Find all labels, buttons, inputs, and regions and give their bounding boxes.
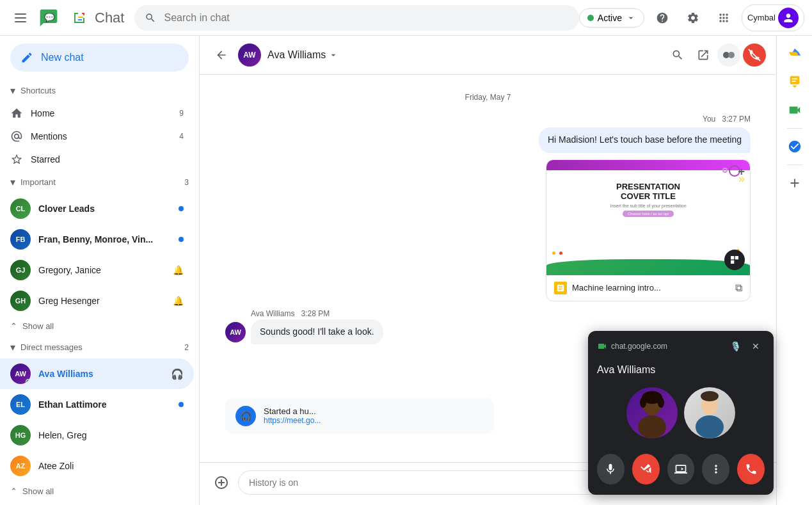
- meet-video-button[interactable]: [632, 454, 660, 485]
- account-button[interactable]: Cymbal: [742, 4, 804, 31]
- google-chat-icon: [69, 8, 90, 28]
- attachment-footer: Machine learning intro... ⧉: [546, 275, 750, 301]
- avatar: AW: [10, 364, 31, 384]
- meet-avatar-1: [626, 387, 678, 438]
- chevron-down-icon: [328, 50, 338, 60]
- sidebar-item-ava[interactable]: AW Ava Williams 🎧: [0, 358, 194, 389]
- search-chat-button[interactable]: [666, 44, 689, 67]
- drive-icon-btn[interactable]: [782, 41, 808, 67]
- active-status-button[interactable]: Active: [579, 8, 644, 28]
- add-attachment-button[interactable]: [210, 471, 233, 494]
- meet-mute-button[interactable]: [597, 454, 625, 485]
- meet-logo: [597, 341, 607, 351]
- message-text: Sounds good! I'll take a look.: [260, 326, 374, 337]
- top-bar-right: Active Cymbal: [579, 4, 804, 31]
- meet-link[interactable]: https://meet.go...: [264, 416, 321, 425]
- unread-dot: [179, 206, 184, 211]
- item-label: Helen, Greg: [38, 430, 184, 440]
- search-icon: [145, 12, 156, 24]
- chevron-icon: ⌃: [10, 321, 17, 331]
- incoming-avatar: AW: [225, 322, 246, 342]
- meet-present-button[interactable]: [667, 454, 695, 485]
- meet-overlay-header: chat.google.com 🎙️ ✕: [588, 331, 774, 362]
- app-logo: 💬: [38, 8, 59, 28]
- date-separator: Friday, May 7: [225, 93, 751, 102]
- search-input[interactable]: [164, 12, 568, 24]
- home-icon: [10, 107, 23, 120]
- meet-icon-btn[interactable]: [782, 97, 808, 123]
- chat-header: AW Ava Williams: [200, 36, 776, 75]
- copy-icon[interactable]: ⧉: [735, 282, 742, 294]
- svg-rect-2: [15, 21, 26, 22]
- card-plus-btn[interactable]: +: [738, 165, 745, 179]
- meet-end-call-button[interactable]: [737, 454, 765, 485]
- apps-button[interactable]: [711, 5, 736, 31]
- bell-icon: 🔔: [173, 296, 184, 306]
- spaces-section[interactable]: ▾ Spaces 5: [0, 501, 199, 505]
- meet-icon: 🎧: [235, 406, 256, 426]
- help-button[interactable]: [649, 5, 675, 31]
- svg-point-18: [640, 397, 646, 408]
- group-call-button[interactable]: [717, 44, 740, 67]
- hamburger-menu[interactable]: [8, 5, 33, 31]
- card-overlay-btn[interactable]: [724, 250, 745, 270]
- headphone-icon: 🎧: [171, 368, 184, 380]
- svg-rect-1: [15, 17, 26, 19]
- attachment-name: Machine learning intro...: [572, 283, 730, 293]
- new-chat-button[interactable]: New chat: [10, 44, 189, 72]
- search-bar: [134, 5, 578, 31]
- important-section[interactable]: ▾ Important 3: [0, 171, 199, 193]
- chevron-icon: ⌃: [10, 486, 17, 496]
- new-chat-label: New chat: [41, 52, 84, 63]
- svg-rect-14: [792, 81, 795, 82]
- dm-show-all-label: Show all: [22, 486, 54, 496]
- back-button[interactable]: [210, 44, 233, 67]
- sidebar-item-home[interactable]: Home 9: [0, 102, 194, 125]
- starred-label: Starred: [31, 154, 184, 164]
- attachment-card[interactable]: » PRESENTATIONCOVER TITLE Insert the sub…: [546, 159, 751, 301]
- message-text: Hi Madision! Let's touch base before the…: [548, 134, 742, 145]
- mentions-count: 4: [179, 132, 184, 141]
- sidebar-item-ethan[interactable]: EL Ethan Lattimore: [0, 389, 194, 420]
- shortcuts-chevron: ▾: [10, 84, 15, 97]
- shortcuts-section[interactable]: ▾ Shortcuts: [0, 79, 199, 102]
- home-label: Home: [31, 108, 179, 118]
- meet-more-button[interactable]: [702, 454, 729, 485]
- sidebar-divider: [787, 128, 802, 129]
- sidebar-item-clover-leads[interactable]: CL Clover Leads: [0, 193, 194, 224]
- message-time: 3:28 PM: [301, 309, 330, 318]
- important-show-all[interactable]: ⌃ Show all: [0, 316, 199, 336]
- svg-rect-10: [735, 256, 738, 259]
- dm-count: 2: [184, 343, 189, 352]
- item-label: Clover Leads: [38, 204, 176, 214]
- end-call-button[interactable]: [743, 44, 766, 67]
- meet-overlay-controls: 🎙️ ✕: [726, 337, 765, 355]
- chat-contact-name[interactable]: Ava Williams: [267, 49, 338, 61]
- svg-point-16: [638, 415, 666, 438]
- popout-button[interactable]: [692, 44, 715, 67]
- tasks-icon-btn[interactable]: [782, 134, 808, 159]
- settings-button[interactable]: [680, 5, 706, 31]
- sidebar-item-gregory[interactable]: GJ Gregory, Janice 🔔: [0, 255, 194, 285]
- sidebar-item-greg-h[interactable]: GH Greg Hesenger 🔔: [0, 285, 194, 316]
- sidebar-item-mentions[interactable]: Mentions 4: [0, 125, 194, 148]
- sidebar-item-helen[interactable]: HG Helen, Greg: [0, 420, 194, 451]
- meet-started-text: Started a hu...: [264, 406, 321, 416]
- sidebar-item-starred[interactable]: Starred: [0, 148, 194, 171]
- meet-close-button[interactable]: ✕: [747, 337, 765, 355]
- keep-icon-btn[interactable]: [782, 69, 808, 95]
- add-app-button[interactable]: [782, 170, 808, 196]
- dm-show-all[interactable]: ⌃ Show all: [0, 481, 199, 501]
- active-label: Active: [598, 13, 622, 23]
- avatar: GJ: [10, 260, 31, 280]
- meet-text: Started a hu... https://meet.go...: [264, 406, 321, 425]
- sidebar-item-atee[interactable]: AZ Atee Zoli: [0, 451, 194, 481]
- avatar: GH: [10, 291, 31, 311]
- dm-section[interactable]: ▾ Direct messages 2: [0, 336, 199, 358]
- sidebar-item-fran[interactable]: FB Fran, Benny, Monroe, Vin...: [0, 224, 194, 255]
- meet-mic-icon[interactable]: 🎙️: [726, 337, 744, 355]
- message-time: 3:27 PM: [722, 115, 751, 124]
- sender-you: You: [703, 115, 715, 124]
- star-icon: [10, 153, 23, 166]
- dm-label: Direct messages: [20, 342, 83, 352]
